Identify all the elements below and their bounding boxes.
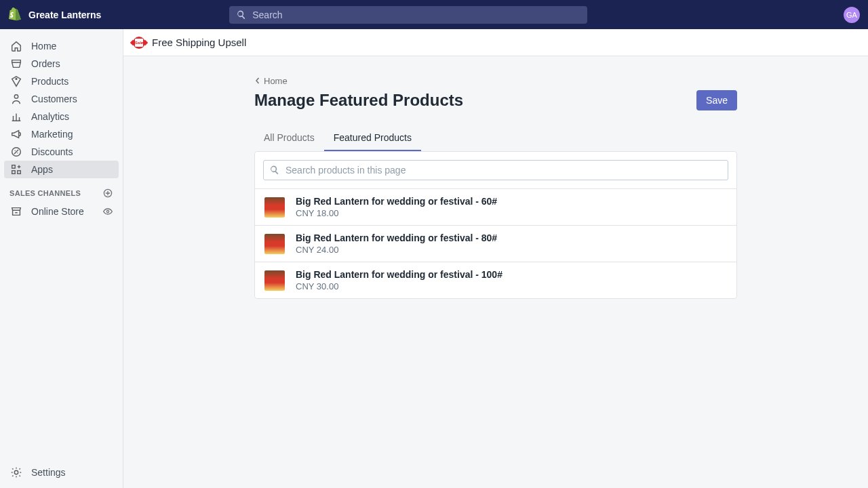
sidebar: Home Orders Products Customers Analytics…	[0, 29, 123, 488]
store-icon	[9, 205, 23, 218]
sidebar-item-label: Orders	[31, 58, 60, 69]
sidebar-item-marketing[interactable]: Marketing	[0, 125, 123, 143]
app-badge-icon: Sale	[133, 37, 145, 49]
global-search[interactable]	[229, 6, 587, 24]
sidebar-item-label: Analytics	[31, 111, 69, 122]
product-row[interactable]: Big Red Lantern for wedding or festival …	[255, 188, 736, 225]
tab-all-products[interactable]: All Products	[254, 125, 324, 151]
sidebar-item-online-store[interactable]: Online Store	[0, 203, 123, 220]
product-title: Big Red Lantern for wedding or festival …	[296, 232, 497, 243]
svg-point-8	[14, 470, 18, 474]
sales-channels-header: SALES CHANNELS	[0, 178, 123, 203]
product-price: CNY 18.00	[296, 208, 497, 218]
page-title: Manage Featured Products	[254, 91, 463, 110]
sidebar-item-label: Discounts	[31, 146, 73, 157]
shopify-logo-icon	[8, 7, 22, 22]
sidebar-item-customers[interactable]: Customers	[0, 90, 123, 108]
sidebar-item-label: Settings	[31, 467, 66, 478]
save-button[interactable]: Save	[696, 90, 737, 110]
analytics-icon	[9, 110, 23, 123]
content: Home Manage Featured Products Save All P…	[123, 56, 868, 488]
sidebar-item-discounts[interactable]: Discounts	[0, 143, 123, 161]
marketing-icon	[9, 128, 23, 140]
app-header: Sale Free Shipping Upsell	[123, 29, 868, 56]
product-title: Big Red Lantern for wedding or festival …	[296, 196, 497, 207]
product-search-input[interactable]	[263, 160, 728, 180]
product-thumbnail	[264, 270, 285, 291]
product-price: CNY 30.00	[296, 281, 502, 291]
main: Sale Free Shipping Upsell Home Manage Fe…	[123, 29, 868, 488]
product-row[interactable]: Big Red Lantern for wedding or festival …	[255, 262, 736, 298]
svg-point-0	[16, 79, 17, 80]
app-title: Free Shipping Upsell	[152, 37, 246, 48]
sidebar-item-home[interactable]: Home	[0, 37, 123, 55]
orders-icon	[9, 58, 23, 70]
sidebar-item-label: Home	[31, 41, 56, 52]
sidebar-item-label: Apps	[31, 164, 53, 175]
svg-rect-5	[18, 171, 21, 174]
sidebar-item-orders[interactable]: Orders	[0, 55, 123, 73]
add-channel-icon[interactable]	[102, 188, 113, 199]
sidebar-item-settings[interactable]: Settings	[0, 464, 123, 481]
product-row[interactable]: Big Red Lantern for wedding or festival …	[255, 225, 736, 262]
discounts-icon	[9, 146, 23, 158]
apps-icon	[9, 163, 23, 176]
sidebar-item-label: Marketing	[31, 129, 73, 140]
product-title: Big Red Lantern for wedding or festival …	[296, 269, 502, 280]
svg-rect-4	[12, 171, 16, 174]
sidebar-item-products[interactable]: Products	[0, 73, 123, 90]
store-name: Greate Lanterns	[28, 9, 101, 20]
global-search-input[interactable]	[229, 6, 587, 24]
sidebar-item-analytics[interactable]: Analytics	[0, 108, 123, 125]
gear-icon	[9, 466, 23, 479]
product-thumbnail	[264, 197, 285, 218]
product-price: CNY 24.00	[296, 245, 497, 255]
svg-point-1	[14, 95, 18, 98]
eye-icon[interactable]	[102, 206, 113, 217]
tab-featured-products[interactable]: Featured Products	[324, 125, 421, 151]
sidebar-item-apps[interactable]: Apps	[4, 161, 119, 178]
breadcrumb[interactable]: Home	[254, 76, 288, 86]
sidebar-item-label: Online Store	[31, 206, 84, 217]
svg-point-7	[106, 210, 108, 212]
search-icon	[269, 165, 280, 176]
avatar[interactable]: GA	[844, 7, 860, 23]
home-icon	[9, 40, 23, 52]
search-icon	[236, 9, 247, 20]
customers-icon	[9, 93, 23, 105]
products-card: Big Red Lantern for wedding or festival …	[254, 151, 737, 299]
svg-rect-3	[12, 165, 16, 169]
products-icon	[9, 75, 23, 87]
sidebar-item-label: Customers	[31, 94, 77, 104]
sidebar-item-label: Products	[31, 76, 68, 87]
tabs: All Products Featured Products	[254, 125, 737, 151]
chevron-left-icon	[254, 77, 261, 84]
topbar: Greate Lanterns GA	[0, 0, 868, 29]
product-thumbnail	[264, 234, 285, 254]
